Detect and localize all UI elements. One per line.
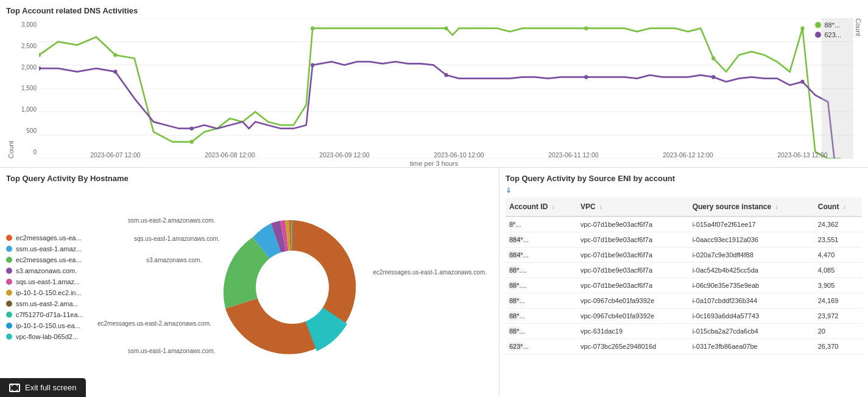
legend-dot-purple	[815, 32, 821, 38]
svg-point-8	[113, 53, 117, 57]
cell-count: 23,972	[814, 309, 862, 324]
download-icon[interactable]: ⇓	[506, 186, 862, 195]
legend-list-item-7: c7f51270-d71a-11ea...	[6, 311, 91, 318]
svg-point-17	[190, 126, 194, 131]
annotation-2: s3.amazonaws.com.	[146, 257, 202, 263]
svg-point-22	[800, 80, 804, 84]
svg-point-18	[311, 63, 314, 67]
legend-list-item-9: vpc-flow-lab-065d2...	[6, 333, 91, 340]
cell-query-source: i-0a107cbddf236b344	[689, 293, 814, 309]
cell-query-source: i-0317e3fb86aea07be	[689, 339, 814, 354]
table-row: 8*... vpc-07d1be9e03acf6f7a i-015a4f07e2…	[506, 216, 862, 232]
cell-vpc: vpc-073bc265e2948016d	[577, 339, 689, 354]
cell-count: 26,370	[814, 339, 862, 354]
svg-text:2023-06-11 12:00: 2023-06-11 12:00	[548, 151, 598, 159]
chart-legend: 88*... 623...	[815, 21, 841, 38]
legend-label-purple: 623...	[824, 31, 841, 38]
legend-dot-3	[6, 268, 12, 274]
legend-dot-0	[6, 235, 12, 241]
cell-account-id: 88*....	[506, 278, 577, 293]
svg-text:2023-06-12 12:00: 2023-06-12 12:00	[663, 151, 713, 159]
cell-query-source: i-015cba2a27cda6cb4	[689, 324, 814, 339]
cell-count: 4,470	[814, 248, 862, 263]
svg-text:2023-06-08 12:00: 2023-06-08 12:00	[205, 151, 255, 159]
svg-point-14	[800, 26, 804, 30]
y-axis-ticks: 3,000 2,500 2,000 1,500 1,000 500 0	[15, 18, 39, 159]
legend-label-5: ip-10-1-0-150.ec2.in...	[16, 289, 82, 296]
right-y-axis-label: Count	[853, 18, 862, 159]
cell-vpc: vpc-07d1be9e03acf6f7a	[577, 278, 689, 293]
cell-vpc: vpc-07d1be9e03acf6f7a	[577, 263, 689, 278]
legend-dot-4	[6, 279, 12, 285]
annotation-4: ssm.us-east-1.amazonaws.com.	[128, 348, 215, 354]
col-query-source[interactable]: Query source instance ↕	[689, 198, 814, 216]
left-panel-title: Top Query Activity By Hostname	[6, 174, 493, 183]
legend-dot-8	[6, 323, 12, 329]
sort-icon-vpc: ↕	[599, 204, 602, 210]
table-body: 8*... vpc-07d1be9e03acf6f7a i-015a4f07e2…	[506, 216, 862, 354]
cell-count: 23,551	[814, 232, 862, 248]
legend-list-item-2: ec2messages.us-ea...	[6, 256, 91, 263]
cell-vpc: vpc-0967cb4e01fa9392e	[577, 293, 689, 309]
donut-wrapper: ssm.us-east-2.amazonaws.com. sqs.us-east…	[91, 214, 493, 360]
table-row: 88*... vpc-0967cb4e01fa9392e i-0a107cbdd…	[506, 293, 862, 309]
legend-label-3: s3.amazonaws.com.	[16, 267, 77, 274]
legend-label-1: ssm.us-east-1.amaz...	[16, 245, 82, 252]
legend-list-item-6: ssm.us-east-2.ama...	[6, 300, 91, 307]
right-panel: Top Query Activity by Source ENI by acco…	[499, 168, 868, 397]
legend-label-green: 88*...	[824, 21, 840, 29]
cell-account-id: 88*...	[506, 324, 577, 339]
svg-point-15	[39, 66, 41, 71]
cell-query-source: i-06c90e35e735e9eab	[689, 278, 814, 293]
cell-count: 3,905	[814, 278, 862, 293]
legend-label-9: vpc-flow-lab-065d2...	[16, 333, 78, 340]
exit-fullscreen-button[interactable]: Exit full screen	[0, 378, 86, 397]
legend-label-6: ssm.us-east-2.ama...	[16, 300, 79, 307]
legend-dot-5	[6, 290, 12, 296]
legend-label-4: sqs.us-east-1.amaz...	[16, 278, 80, 285]
top-chart-section: Top Account related DNS Activities Count…	[0, 0, 868, 168]
legend-label-7: c7f51270-d71a-11ea...	[16, 311, 83, 318]
right-panel-title: Top Query Activity by Source ENI by acco…	[506, 174, 862, 183]
svg-point-20	[584, 75, 588, 79]
legend-list-item-5: ip-10-1-0-150.ec2.in...	[6, 289, 91, 296]
col-vpc[interactable]: VPC ↕	[577, 198, 689, 216]
chart-svg: 2023-06-07 12:00 2023-06-08 12:00 2023-0…	[39, 18, 853, 159]
legend-list-item-0: ec2messages.us-ea...	[6, 234, 91, 241]
svg-rect-23	[822, 18, 853, 159]
cell-count: 4,085	[814, 263, 862, 278]
cell-count: 24,169	[814, 293, 862, 309]
cell-account-id: 623*...	[506, 339, 577, 354]
cell-query-source: i-0aacc93ec1912a036	[689, 232, 814, 248]
cell-query-source: i-0c1693a6dd4a57743	[689, 309, 814, 324]
cell-count: 24,362	[814, 216, 862, 232]
legend-list-item-8: ip-10-1-0-150.us-ea...	[6, 322, 91, 329]
table-row: 884*... vpc-07d1be9e03acf6f7a i-0aacc93e…	[506, 232, 862, 248]
donut-hole	[256, 251, 329, 324]
table-row: 88*.... vpc-07d1be9e03acf6f7a i-0ac542b4…	[506, 263, 862, 278]
cell-account-id: 884*...	[506, 248, 577, 263]
legend-list-item-1: ssm.us-east-1.amaz...	[6, 245, 91, 252]
left-panel: Top Query Activity By Hostname ec2messag…	[0, 168, 499, 397]
svg-point-11	[444, 26, 448, 30]
cell-vpc: vpc-07d1be9e03acf6f7a	[577, 232, 689, 248]
sort-icon-account: ↕	[552, 204, 555, 210]
svg-text:2023-06-09 12:00: 2023-06-09 12:00	[319, 151, 369, 159]
svg-point-16	[113, 70, 117, 74]
legend-dot-green	[815, 22, 821, 28]
chart-title: Top Account related DNS Activities	[6, 6, 862, 15]
sort-icon-query: ↕	[775, 204, 778, 210]
donut-content: ec2messages.us-ea... ssm.us-east-1.amaz.…	[6, 188, 493, 387]
cell-vpc: vpc-07d1be9e03acf6f7a	[577, 216, 689, 232]
data-table: Account ID ↕ VPC ↕ Query source instance…	[506, 198, 862, 354]
table-row: 623*... vpc-073bc265e2948016d i-0317e3fb…	[506, 339, 862, 354]
svg-point-10	[311, 26, 314, 30]
exit-fullscreen-label: Exit full screen	[25, 383, 77, 392]
legend-item-purple: 623...	[815, 31, 841, 38]
svg-point-21	[711, 75, 715, 79]
cell-query-source: i-020a7c9e30dff4f88	[689, 248, 814, 263]
col-account-id[interactable]: Account ID ↕	[506, 198, 577, 216]
svg-point-19	[444, 73, 448, 77]
col-count[interactable]: Count ↕	[814, 198, 862, 216]
legend-dot-6	[6, 301, 12, 307]
